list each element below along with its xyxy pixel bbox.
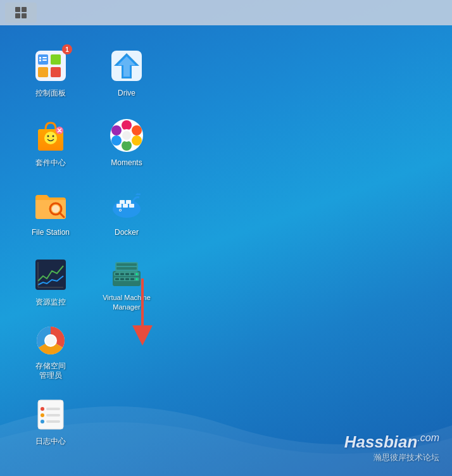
svg-point-16: [44, 132, 57, 144]
svg-rect-68: [46, 414, 60, 416]
svg-rect-40: [35, 260, 66, 290]
svg-rect-47: [115, 273, 119, 275]
badge-control-panel: 1: [62, 44, 72, 54]
svg-point-65: [41, 407, 44, 411]
svg-rect-4: [51, 54, 61, 65]
svg-rect-3: [38, 67, 48, 77]
apps-button[interactable]: [5, 3, 37, 23]
svg-rect-5: [51, 67, 61, 77]
app-docker[interactable]: Docker: [89, 177, 165, 247]
svg-point-24: [122, 141, 132, 151]
red-arrow: [127, 272, 158, 348]
svg-rect-7: [42, 57, 47, 58]
svg-point-17: [47, 135, 49, 137]
app-label-docker: Docker: [115, 228, 139, 238]
app-moments[interactable]: Moments: [89, 108, 165, 177]
watermark: Hassbian.com 瀚思彼岸技术论坛: [344, 432, 439, 463]
app-storage-manager[interactable]: 存储空间 管理员: [13, 316, 89, 386]
app-label-package-center: 套件中心: [35, 158, 66, 168]
svg-point-23: [132, 135, 142, 146]
svg-rect-33: [116, 204, 122, 208]
grid-icon: [15, 7, 27, 18]
app-icon-resource-monitor: [32, 256, 70, 294]
svg-rect-56: [116, 263, 137, 266]
app-icon-log-center: [32, 395, 70, 433]
svg-rect-70: [46, 420, 60, 423]
app-icon-storage-manager: [32, 322, 70, 358]
app-label-file-station: File Station: [32, 228, 70, 238]
svg-point-62: [46, 335, 56, 346]
svg-point-26: [111, 125, 122, 135]
svg-rect-57: [116, 267, 137, 270]
watermark-brand: Hassbian.com: [344, 432, 439, 452]
svg-point-25: [111, 135, 122, 146]
app-icon-package-center: [32, 116, 70, 154]
app-label-drive: Drive: [118, 89, 135, 99]
app-file-station[interactable]: File Station: [13, 177, 89, 247]
taskbar: [0, 0, 452, 25]
app-icon-drive: [108, 47, 146, 85]
svg-rect-48: [120, 273, 124, 275]
svg-rect-51: [115, 278, 119, 280]
app-label-log-center: 日志中心: [35, 437, 66, 447]
svg-rect-9: [42, 60, 47, 61]
watermark-sub: 瀚思彼岸技术论坛: [344, 452, 439, 463]
apps-grid: 1 控制面板 Drive: [13, 38, 165, 476]
app-icon-file-station: [32, 186, 70, 224]
app-drive[interactable]: Drive: [89, 38, 165, 108]
svg-point-69: [41, 420, 44, 423]
app-label-moments: Moments: [111, 158, 142, 168]
app-log-center[interactable]: 日志中心: [13, 386, 89, 456]
app-package-center[interactable]: 套件中心: [13, 108, 89, 177]
desktop: 1 控制面板 Drive: [0, 25, 452, 476]
svg-rect-37: [126, 200, 131, 204]
app-control-panel[interactable]: 1 控制面板: [13, 38, 89, 108]
svg-rect-8: [39, 60, 41, 61]
svg-rect-36: [120, 200, 125, 204]
svg-rect-35: [129, 204, 134, 208]
app-resource-monitor[interactable]: 资源监控: [13, 247, 89, 316]
svg-point-39: [120, 210, 121, 211]
svg-rect-6: [39, 57, 41, 59]
svg-point-22: [132, 125, 142, 135]
svg-rect-34: [123, 204, 128, 208]
svg-point-21: [122, 120, 132, 130]
svg-point-67: [41, 413, 44, 417]
svg-rect-52: [120, 278, 124, 280]
app-icon-docker: [108, 186, 146, 224]
svg-point-18: [53, 135, 54, 137]
app-label-control-panel: 控制面板: [35, 89, 66, 99]
svg-point-30: [52, 205, 60, 213]
app-icon-control-panel: 1: [32, 47, 70, 85]
app-label-resource-monitor: 资源监控: [35, 298, 66, 308]
svg-rect-66: [46, 408, 60, 410]
app-icon-moments: [108, 116, 146, 154]
app-label-storage-manager: 存储空间 管理员: [35, 361, 66, 381]
svg-point-28: [122, 131, 131, 140]
